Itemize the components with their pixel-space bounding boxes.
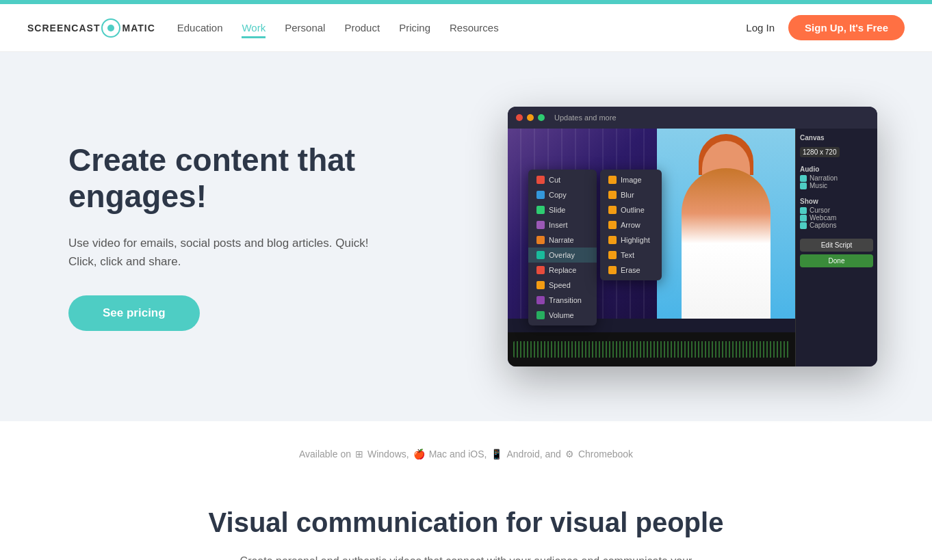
menu-item-narrate: Narrate xyxy=(528,232,597,248)
chromebook-icon: ⚙ xyxy=(565,449,574,459)
webcam-checkbox xyxy=(800,215,807,222)
chromebook-label: Chromebook xyxy=(578,449,633,459)
audio-section: Audio Narration Music xyxy=(800,165,873,189)
menu-item-overlay: Overlay xyxy=(528,248,597,263)
visual-comm-section: Visual communication for visual people C… xyxy=(0,473,932,560)
webcam-label: Webcam xyxy=(810,214,836,222)
nav-item-pricing[interactable]: Pricing xyxy=(399,22,430,36)
copy-icon xyxy=(536,191,545,199)
menu-item-blur: Blur xyxy=(600,187,662,202)
context-menu-1: Cut Copy Slide Insert xyxy=(528,170,597,325)
narration-label: Narration xyxy=(810,174,838,182)
visual-comm-subtitle: Create personal and authentic videos tha… xyxy=(226,552,706,560)
app-mockup: Updates and more xyxy=(508,107,877,366)
speed-icon xyxy=(536,281,545,289)
menu-item-replace: Replace xyxy=(528,263,597,278)
webcam-row: Webcam xyxy=(800,214,873,222)
windows-label: Windows, xyxy=(367,449,409,459)
captions-label: Captions xyxy=(810,222,836,229)
menu-item-outline: Outline xyxy=(600,202,662,217)
nav-item-product[interactable]: Product xyxy=(344,22,380,36)
done-button[interactable]: Done xyxy=(800,254,873,267)
menu-item-text: Text xyxy=(600,248,662,263)
transition-icon xyxy=(536,296,545,304)
nav-item-work[interactable]: Work xyxy=(242,22,266,38)
image-icon xyxy=(608,176,617,184)
edit-script-button[interactable]: Edit Script xyxy=(800,239,873,252)
music-checkbox xyxy=(800,183,807,189)
highlight-icon xyxy=(608,236,617,244)
cursor-checkbox xyxy=(800,207,807,214)
menu-item-cut: Cut xyxy=(528,172,597,187)
overlay-icon xyxy=(536,251,545,259)
cut-icon xyxy=(536,176,545,184)
menu-item-speed: Speed xyxy=(528,278,597,293)
menu-item-highlight: Highlight xyxy=(600,232,662,248)
slide-icon xyxy=(536,206,545,214)
menu-item-volume: Volume xyxy=(528,308,597,323)
android-icon: 📱 xyxy=(491,449,502,459)
mac-ios-label: Mac and iOS, xyxy=(429,449,487,459)
apple-icon: 🍎 xyxy=(413,449,425,459)
hero-subtitle: Use video for emails, social posts and b… xyxy=(68,234,397,271)
titlebar-text: Updates and more xyxy=(554,114,617,122)
navbar-right: Log In Sign Up, It's Free xyxy=(746,15,905,40)
person-body xyxy=(682,168,771,319)
logo-text-screen: SCREENCAST xyxy=(27,23,100,34)
replace-icon xyxy=(536,266,545,274)
audio-label: Audio xyxy=(800,165,873,173)
navbar: SCREENCAST MATIC Education Work Personal… xyxy=(0,4,932,52)
logo[interactable]: SCREENCAST MATIC xyxy=(27,18,155,38)
available-text: Available on ⊞ Windows, 🍎 Mac and iOS, 📱… xyxy=(14,449,918,459)
app-titlebar: Updates and more xyxy=(508,107,877,129)
minimize-dot xyxy=(527,114,534,121)
maximize-dot xyxy=(538,114,545,121)
available-section: Available on ⊞ Windows, 🍎 Mac and iOS, 📱… xyxy=(0,421,932,473)
captions-row: Captions xyxy=(800,222,873,229)
menu-item-erase: Erase xyxy=(600,263,662,278)
logo-text-matic: MATIC xyxy=(122,23,155,34)
menu-item-insert: Insert xyxy=(528,217,597,232)
resolution-row: 1280 x 720 xyxy=(800,147,873,157)
hero-section: Create content that engages! Use video f… xyxy=(0,52,932,421)
menu-item-copy: Copy xyxy=(528,187,597,202)
signup-button[interactable]: Sign Up, It's Free xyxy=(788,15,905,40)
narrate-icon xyxy=(536,236,545,244)
logo-circle-inner xyxy=(107,25,114,31)
canvas-person-bg xyxy=(657,129,795,319)
canvas-timeline xyxy=(508,332,795,366)
navbar-left: SCREENCAST MATIC Education Work Personal… xyxy=(27,18,499,38)
nav-item-resources[interactable]: Resources xyxy=(450,22,499,36)
narration-row: Narration xyxy=(800,174,873,182)
captions-checkbox xyxy=(800,222,807,229)
narration-checkbox xyxy=(800,175,807,182)
show-section: Show Cursor Webcam Captions xyxy=(800,198,873,229)
available-prefix: Available on xyxy=(299,449,351,459)
music-label: Music xyxy=(810,182,827,189)
windows-icon: ⊞ xyxy=(355,449,363,459)
logo-icon xyxy=(101,18,120,38)
music-row: Music xyxy=(800,182,873,189)
hero-content: Create content that engages! Use video f… xyxy=(68,142,397,331)
cursor-row: Cursor xyxy=(800,206,873,214)
timeline-waveform xyxy=(513,341,790,358)
nav-item-personal[interactable]: Personal xyxy=(285,22,325,36)
menu-item-image: Image xyxy=(600,172,662,187)
erase-icon xyxy=(608,266,617,274)
app-body: Cut Copy Slide Insert xyxy=(508,129,877,366)
menu-item-arrow: Arrow xyxy=(600,217,662,232)
login-button[interactable]: Log In xyxy=(746,22,775,34)
arrow-icon xyxy=(608,221,617,229)
canvas-label: Canvas xyxy=(800,134,873,142)
android-label: Android, and xyxy=(506,449,560,459)
context-menu-2: Image Blur Outline Arrow xyxy=(600,170,662,280)
see-pricing-button[interactable]: See pricing xyxy=(68,295,200,331)
menu-item-transition: Transition xyxy=(528,293,597,308)
cursor-label: Cursor xyxy=(810,206,830,214)
text-icon xyxy=(608,251,617,259)
hero-image: Updates and more xyxy=(508,107,877,366)
app-main-canvas: Cut Copy Slide Insert xyxy=(508,129,795,366)
nav-item-education[interactable]: Education xyxy=(177,22,223,36)
panel-buttons: Edit Script Done xyxy=(800,239,873,267)
show-label: Show xyxy=(800,198,873,205)
